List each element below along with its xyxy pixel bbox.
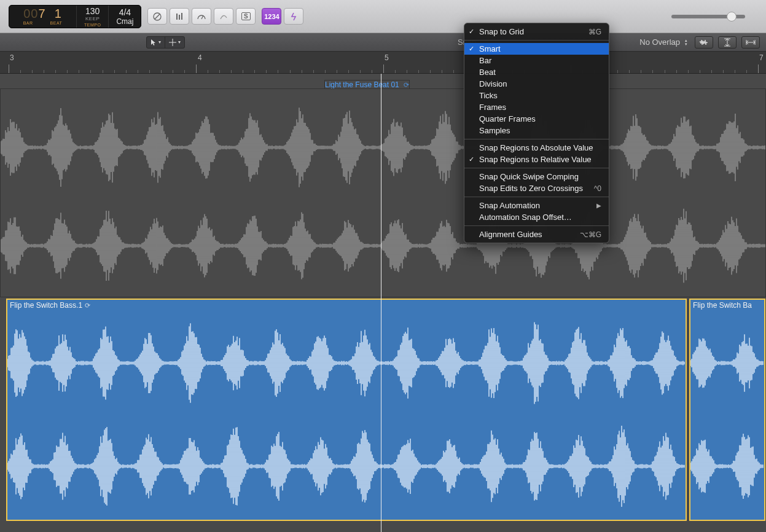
menu-samples[interactable]: Samples (464, 125, 609, 136)
check-icon: ✓ (469, 45, 474, 53)
loop-off-button[interactable] (147, 8, 167, 25)
svg-rect-3 (179, 15, 180, 20)
lcd-key-sig[interactable]: 4/4 Cmaj (109, 6, 141, 28)
region-bass-2-title: Flip the Switch Ba (693, 301, 752, 310)
snap-mode-button[interactable]: 1234 (262, 8, 281, 25)
beat-number: 1 (55, 7, 62, 20)
horizontal-zoom-button[interactable] (741, 36, 760, 49)
tempo-label: TEMPO (84, 23, 101, 27)
menu-division[interactable]: Division (464, 78, 609, 90)
svg-rect-2 (176, 14, 178, 20)
shortcut-label: ^0 (594, 184, 601, 193)
overlap-value: No Overlap (639, 37, 680, 47)
menu-quarter-frames[interactable]: Quarter Frames (464, 113, 609, 125)
check-icon: ✓ (469, 28, 474, 36)
transport-bar: 007 1 BAR BEAT 130 KEEP TEMPO 4/4 Cmaj (0, 0, 766, 33)
snap-menu: ✓ Snap to Grid⌘G ✓ Smart Bar Beat Divisi… (464, 23, 609, 243)
bar-label: BAR (23, 21, 33, 25)
menu-zero[interactable]: Snap Edits to Zero Crossings^0 (464, 182, 609, 194)
mode-buttons-1: S (147, 8, 256, 25)
lcd-position[interactable]: 007 1 BAR BEAT (9, 6, 77, 28)
pointer-tool[interactable]: ▾ (147, 37, 165, 48)
tracks-area[interactable]: Light the Fuse Beat 01 ⟳ Flip the Switch… (0, 74, 766, 532)
menu-separator (464, 225, 609, 226)
stepper-icon: ▴▾ (682, 39, 690, 46)
region-bass-1[interactable]: Flip the Switch Bass.1⟳ (6, 299, 687, 521)
bar-leading: 00 (23, 7, 38, 20)
menu-frames[interactable]: Frames (464, 101, 609, 113)
zoom-slider[interactable] (671, 15, 745, 18)
tempo-value: 130 (85, 6, 100, 16)
beat-label: BEAT (50, 21, 63, 25)
menu-guides[interactable]: Alignment Guides⌥⌘G (464, 229, 609, 240)
shortcut-label: ⌘G (588, 28, 601, 36)
vertical-zoom-button[interactable] (718, 36, 737, 49)
menu-snap-to-grid[interactable]: ✓ Snap to Grid⌘G (464, 26, 609, 37)
menu-separator (464, 168, 609, 168)
bar-mark-4: 4 (198, 53, 202, 62)
timeline-ruler[interactable]: 3 4 5 7 (0, 52, 766, 74)
region-beat[interactable] (0, 88, 766, 297)
editor-toolbar: ▾ ▾ Snap No Overlap ▴▾ (0, 33, 766, 52)
overlap-selector[interactable]: No Overlap ▴▾ (639, 37, 690, 47)
menu-separator (464, 139, 609, 139)
region-bass-2[interactable]: Flip the Switch Ba (689, 299, 765, 521)
shortcut-label: ⌥⌘G (580, 230, 601, 239)
loop-icon: ⟳ (82, 302, 90, 309)
bar-mark-7: 7 (759, 53, 764, 62)
svg-line-5 (201, 15, 203, 19)
tempo-mode: KEEP (85, 16, 100, 22)
count-in-button[interactable] (214, 8, 233, 25)
lcd-tempo[interactable]: 130 KEEP TEMPO (77, 6, 109, 28)
svg-line-1 (155, 14, 160, 19)
flex-button[interactable] (284, 8, 303, 25)
menu-smart[interactable]: ✓ Smart (464, 43, 609, 55)
pointer-tool-selector[interactable]: ▾ ▾ (146, 36, 185, 49)
bar-mark-3: 3 (10, 53, 14, 62)
region-link-text: Light the Fuse Beat 01 (325, 80, 399, 89)
time-signature: 4/4 (119, 7, 131, 17)
svg-rect-4 (181, 13, 182, 20)
metronome-button[interactable] (192, 8, 211, 25)
solo-button[interactable]: S (236, 8, 256, 25)
menu-comping[interactable]: Snap Quick Swipe Comping (464, 171, 609, 182)
menu-automation[interactable]: Snap Automation▶ (464, 200, 609, 211)
crosshair-tool[interactable]: ▾ (165, 37, 184, 48)
loop-icon: ⟳ (401, 81, 409, 88)
mode-buttons-2: 1234 (262, 8, 303, 25)
menu-separator (464, 197, 609, 197)
check-icon: ✓ (469, 155, 474, 163)
menu-ticks[interactable]: Ticks (464, 90, 609, 101)
waveform-zoom-button[interactable] (695, 36, 713, 49)
menu-offset[interactable]: Automation Snap Offset… (464, 211, 609, 223)
bar-number: 7 (39, 7, 46, 20)
lcd-display: 007 1 BAR BEAT 130 KEEP TEMPO 4/4 Cmaj (9, 5, 141, 28)
key-signature: Cmaj (116, 17, 133, 26)
menu-beat[interactable]: Beat (464, 66, 609, 78)
bar-mark-5: 5 (385, 53, 389, 62)
snap-mode-label: 1234 (264, 13, 279, 20)
menu-absolute[interactable]: Snap Regions to Absolute Value (464, 142, 609, 154)
submenu-arrow-icon: ▶ (596, 202, 601, 209)
tuner-button[interactable] (170, 8, 189, 25)
menu-bar[interactable]: Bar (464, 55, 609, 66)
zoom-slider-thumb[interactable] (727, 12, 737, 22)
menu-relative[interactable]: ✓Snap Regions to Relative Value (464, 154, 609, 165)
playhead[interactable] (381, 74, 381, 532)
region-bass-1-title: Flip the Switch Bass.1⟳ (10, 301, 90, 310)
menu-separator (464, 40, 609, 41)
